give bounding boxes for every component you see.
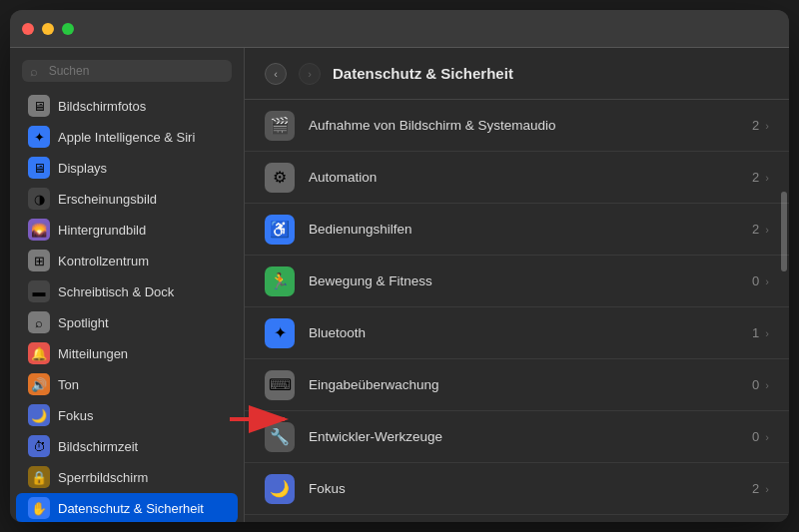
sidebar-icon-schreibtisch-dock: ▬ [28,280,50,302]
sidebar-item-kontrollzentrum[interactable]: ⊞Kontrollzentrum [16,246,238,275]
panel-chevron-bewegung: › [765,275,769,287]
panel-label-fokus: Fokus [309,481,752,496]
sidebar-icon-bildschirmfotos: 🖥 [28,95,50,117]
sidebar-label-bildschirmfotos: Bildschirmfotos [58,99,146,114]
panel-chevron-bedienungshilfen: › [765,224,769,236]
sidebar-label-displays: Displays [58,161,107,176]
panel-item-bewegung[interactable]: 🏃Bewegung & Fitness0› [245,256,789,307]
sidebar-label-sperrbildschirm: Sperrbildschirm [58,470,148,485]
sidebar-icon-fokus: 🌙 [28,404,50,426]
sidebar-icon-ton: 🔊 [28,373,50,395]
sidebar-item-erscheinungsbild[interactable]: ◑Erscheinungsbild [16,184,238,214]
sidebar-icon-kontrollzentrum: ⊞ [28,250,50,271]
close-button[interactable] [22,23,34,35]
sidebar: ⌕ 🖥Bildschirmfotos✦Apple Intelligence & … [10,48,245,522]
panel-icon-bewegung: 🏃 [265,266,295,296]
panel-chevron-eingabe: › [765,379,769,391]
panel-item-automation[interactable]: ⚙Automation2› [245,152,789,204]
forward-button[interactable]: › [299,63,321,85]
panel-icon-eingabe: ⌨ [265,370,295,400]
panel-chevron-aufnahme: › [765,120,769,132]
panel-label-bedienungshilfen: Bedienungshilfen [309,222,752,237]
sidebar-item-apple-intelligence[interactable]: ✦Apple Intelligence & Siri [16,122,238,152]
panel-label-entwickler: Entwickler-Werkzeuge [309,429,752,444]
panel-item-bedienungshilfen[interactable]: ♿Bedienungshilfen2› [245,204,789,256]
sidebar-label-schreibtisch-dock: Schreibtisch & Dock [58,284,174,299]
search-icon: ⌕ [30,64,43,78]
sidebar-label-erscheinungsbild: Erscheinungsbild [58,192,157,207]
panel-icon-aufnahme: 🎬 [265,111,295,141]
sidebar-label-bildschirmzeit: Bildschirmzeit [58,439,138,454]
titlebar [10,10,789,48]
traffic-lights [22,23,74,35]
panel-chevron-automation: › [765,172,769,184]
scrollbar-thumb[interactable] [781,192,787,271]
panel-icon-entwickler: 🔧 [265,422,295,452]
panel-item-entwickler[interactable]: 🔧Entwickler-Werkzeuge0› [245,411,789,463]
sidebar-item-displays[interactable]: 🖥Displays [16,153,238,183]
sidebar-icon-mitteilungen: 🔔 [28,342,50,364]
panel-item-aufnahme[interactable]: 🎬Aufnahme von Bildschirm & Systemaudio2› [245,100,789,152]
search-input[interactable] [49,64,224,78]
panel-label-bluetooth: Bluetooth [309,325,752,340]
sidebar-icon-apple-intelligence: ✦ [28,126,50,148]
panel-chevron-fokus: › [765,483,769,495]
panel-count-eingabe: 0 [752,377,759,392]
panel-item-eingabe[interactable]: ⌨Eingabeüberwachung0› [245,359,789,411]
sidebar-icon-sperrbildschirm: 🔒 [28,466,50,488]
sidebar-icon-datenschutz: ✋ [28,497,50,519]
panel-count-automation: 2 [752,170,759,185]
sidebar-item-mitteilungen[interactable]: 🔔Mitteilungen [16,338,238,368]
search-bar[interactable]: ⌕ [22,60,232,82]
panel-icon-bluetooth: ✦ [265,318,295,348]
panel-label-bewegung: Bewegung & Fitness [309,273,752,288]
sidebar-item-bildschirmzeit[interactable]: ⏱Bildschirmzeit [16,431,238,461]
panel-items-list: 🎬Aufnahme von Bildschirm & Systemaudio2›… [245,100,789,522]
panel-item-kamera[interactable]: 📷Kamera4› [245,515,789,522]
panel-count-fokus: 2 [752,481,759,496]
panel-item-fokus[interactable]: 🌙Fokus2› [245,463,789,515]
sidebar-items-list: 🖥Bildschirmfotos✦Apple Intelligence & Si… [10,90,244,522]
sidebar-label-spotlight: Spotlight [58,315,109,330]
items-list: 🎬Aufnahme von Bildschirm & Systemaudio2›… [245,100,789,522]
panel-header: ‹ › Datenschutz & Sicherheit [245,48,789,100]
panel-count-aufnahme: 2 [752,118,759,133]
sidebar-item-bildschirmfotos[interactable]: 🖥Bildschirmfotos [16,91,238,121]
panel-chevron-bluetooth: › [765,327,769,339]
panel-title: Datenschutz & Sicherheit [333,65,513,82]
panel-item-bluetooth[interactable]: ✦Bluetooth1› [245,307,789,359]
sidebar-item-spotlight[interactable]: ⌕Spotlight [16,307,238,337]
minimize-button[interactable] [42,23,54,35]
sidebar-icon-erscheinungsbild: ◑ [28,188,50,210]
sidebar-icon-spotlight: ⌕ [28,311,50,333]
sidebar-item-sperrbildschirm[interactable]: 🔒Sperrbildschirm [16,462,238,492]
panel-count-bedienungshilfen: 2 [752,222,759,237]
panel-chevron-entwickler: › [765,431,769,443]
sidebar-item-ton[interactable]: 🔊Ton [16,369,238,399]
sidebar-icon-hintergrundbild: 🌄 [28,219,50,241]
panel-label-automation: Automation [309,170,752,185]
panel-count-entwickler: 0 [752,429,759,444]
sidebar-item-hintergrundbild[interactable]: 🌄Hintergrundbild [16,215,238,245]
right-panel: ‹ › Datenschutz & Sicherheit 🎬Aufnahme v… [245,48,789,522]
sidebar-label-ton: Ton [58,377,79,392]
sidebar-label-fokus: Fokus [58,408,93,423]
panel-label-aufnahme: Aufnahme von Bildschirm & Systemaudio [309,118,752,133]
sidebar-label-datenschutz: Datenschutz & Sicherheit [58,501,204,516]
sidebar-label-kontrollzentrum: Kontrollzentrum [58,254,149,268]
sidebar-item-datenschutz[interactable]: ✋Datenschutz & Sicherheit [16,493,238,522]
main-window: ⌕ 🖥Bildschirmfotos✦Apple Intelligence & … [10,10,789,522]
scrollbar[interactable] [781,152,787,522]
sidebar-item-fokus[interactable]: 🌙Fokus [16,400,238,430]
sidebar-label-mitteilungen: Mitteilungen [58,346,128,361]
panel-count-bewegung: 0 [752,273,759,288]
panel-icon-bedienungshilfen: ♿ [265,215,295,245]
sidebar-item-schreibtisch-dock[interactable]: ▬Schreibtisch & Dock [16,276,238,306]
panel-icon-fokus: 🌙 [265,474,295,504]
panel-count-bluetooth: 1 [752,325,759,340]
panel-icon-automation: ⚙ [265,163,295,193]
back-button[interactable]: ‹ [265,63,287,85]
maximize-button[interactable] [62,23,74,35]
sidebar-label-hintergrundbild: Hintergrundbild [58,223,146,238]
sidebar-icon-displays: 🖥 [28,157,50,179]
